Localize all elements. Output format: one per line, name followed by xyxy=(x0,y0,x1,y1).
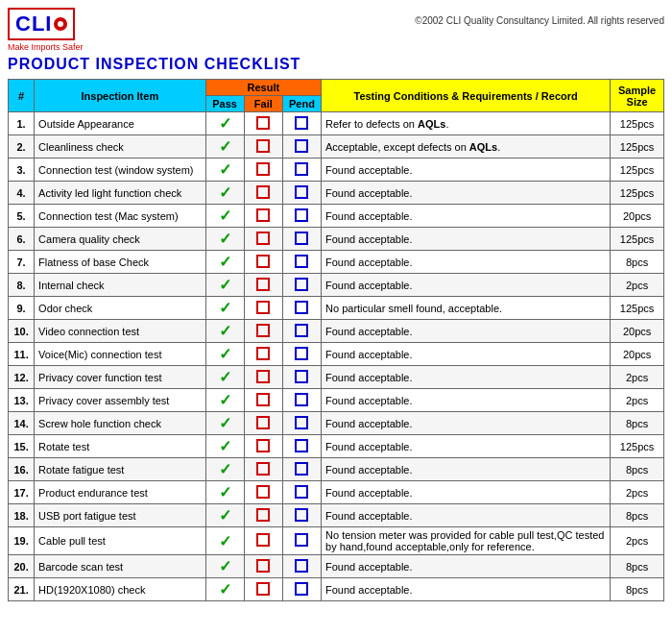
row-testing: Found acceptable. xyxy=(322,320,611,343)
fail-box-icon xyxy=(256,416,270,429)
row-pend xyxy=(282,435,321,458)
logo-circle-inner xyxy=(58,21,63,27)
table-row: 9.Odor check✓No particular smell found, … xyxy=(9,297,664,320)
row-sample: 2pcs xyxy=(611,389,664,412)
row-fail xyxy=(244,251,282,274)
checkmark-icon: ✓ xyxy=(210,414,240,432)
checkmark-icon: ✓ xyxy=(210,137,240,156)
fail-box-icon xyxy=(256,139,270,153)
th-result: Result xyxy=(205,80,321,96)
row-pass: ✓ xyxy=(205,274,244,297)
pend-box-icon xyxy=(295,393,308,406)
row-fail xyxy=(244,343,282,366)
pend-box-icon xyxy=(295,582,308,596)
row-num: 21. xyxy=(9,578,35,601)
row-pend xyxy=(282,205,321,228)
pend-box-icon xyxy=(295,347,308,360)
row-pend xyxy=(282,481,321,504)
row-fail xyxy=(244,412,282,435)
row-pass: ✓ xyxy=(205,578,244,601)
row-pass: ✓ xyxy=(205,527,244,555)
inspection-table: # Inspection Item Result Testing Conditi… xyxy=(8,79,664,601)
table-row: 17.Product endurance test✓Found acceptab… xyxy=(9,481,664,504)
fail-box-icon xyxy=(256,485,270,499)
table-row: 10.Video connection test✓Found acceptabl… xyxy=(9,320,664,343)
row-num: 3. xyxy=(9,159,35,182)
pend-box-icon xyxy=(295,508,308,522)
checkmark-icon: ✓ xyxy=(210,230,240,248)
row-pass: ✓ xyxy=(205,251,244,274)
table-row: 19.Cable pull test✓No tension meter was … xyxy=(9,527,664,555)
checkmark-icon: ✓ xyxy=(210,391,240,409)
row-num: 2. xyxy=(9,135,35,159)
row-fail xyxy=(244,159,282,182)
pend-box-icon xyxy=(295,324,308,337)
row-pass: ✓ xyxy=(205,435,244,458)
table-row: 3.Connection test (window system)✓Found … xyxy=(9,159,664,182)
row-pend xyxy=(282,251,321,274)
row-sample: 125pcs xyxy=(611,135,664,159)
row-pass: ✓ xyxy=(205,205,244,228)
row-pend xyxy=(282,343,321,366)
fail-box-icon xyxy=(256,116,270,130)
row-pend xyxy=(282,389,321,412)
row-pend xyxy=(282,578,321,601)
row-pass: ✓ xyxy=(205,504,244,527)
row-testing: Found acceptable. xyxy=(322,435,611,458)
row-testing: Found acceptable. xyxy=(322,343,611,366)
row-item: Cleanliness check xyxy=(35,135,205,159)
row-sample: 8pcs xyxy=(611,578,664,601)
row-fail xyxy=(244,504,282,527)
row-testing: Found acceptable. xyxy=(322,412,611,435)
row-num: 14. xyxy=(9,412,35,435)
checkmark-icon: ✓ xyxy=(210,437,240,455)
row-num: 19. xyxy=(9,527,35,555)
row-fail xyxy=(244,578,282,601)
checkmark-icon: ✓ xyxy=(210,114,240,133)
row-num: 17. xyxy=(9,481,35,504)
fail-box-icon xyxy=(256,508,270,522)
checkmark-icon: ✓ xyxy=(210,322,240,340)
tagline: Make Imports Safer xyxy=(8,42,84,52)
row-pass: ✓ xyxy=(205,182,244,205)
row-pend xyxy=(282,159,321,182)
row-sample: 8pcs xyxy=(611,504,664,527)
pend-box-icon xyxy=(295,462,308,476)
row-item: Voice(Mic) connection test xyxy=(35,343,205,366)
fail-box-icon xyxy=(256,559,270,573)
logo-circle-icon xyxy=(54,17,67,31)
row-item: Internal check xyxy=(35,274,205,297)
logo-text: CLI xyxy=(15,12,52,37)
row-item: Screw hole function check xyxy=(35,412,205,435)
row-sample: 8pcs xyxy=(611,555,664,578)
row-sample: 8pcs xyxy=(611,251,664,274)
table-row: 14.Screw hole function check✓Found accep… xyxy=(9,412,664,435)
row-num: 12. xyxy=(9,366,35,389)
row-item: Cable pull test xyxy=(35,527,205,555)
row-testing: Found acceptable. xyxy=(322,159,611,182)
row-item: USB port fatigue test xyxy=(35,504,205,527)
row-sample: 8pcs xyxy=(611,412,664,435)
row-sample: 8pcs xyxy=(611,458,664,481)
table-row: 6.Camera quality check✓Found acceptable.… xyxy=(9,228,664,251)
row-item: Connection test (window system) xyxy=(35,159,205,182)
pend-box-icon xyxy=(295,301,308,314)
row-num: 18. xyxy=(9,504,35,527)
checkmark-icon: ✓ xyxy=(210,368,240,386)
row-fail xyxy=(244,389,282,412)
pend-box-icon xyxy=(295,439,308,452)
row-testing: Found acceptable. xyxy=(322,504,611,527)
row-testing: No tension meter was provided for cable … xyxy=(322,527,611,555)
row-item: Privacy cover function test xyxy=(35,366,205,389)
row-num: 20. xyxy=(9,555,35,578)
table-row: 2.Cleanliness check✓Acceptable, except d… xyxy=(9,135,664,159)
row-testing: Acceptable, except defects on AQLs. xyxy=(322,135,611,159)
row-pend xyxy=(282,555,321,578)
row-num: 4. xyxy=(9,182,35,205)
row-fail xyxy=(244,274,282,297)
row-item: Odor check xyxy=(35,297,205,320)
row-testing: Found acceptable. xyxy=(322,366,611,389)
row-pass: ✓ xyxy=(205,228,244,251)
checkmark-icon: ✓ xyxy=(210,506,240,525)
fail-box-icon xyxy=(256,582,270,596)
